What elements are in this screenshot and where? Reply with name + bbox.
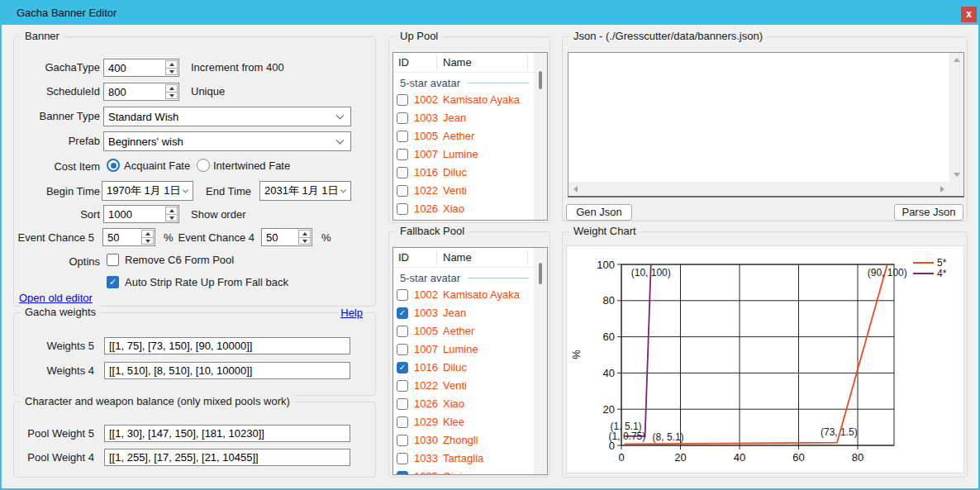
list-item[interactable]: 1033Tartaglia	[393, 450, 534, 468]
list-item[interactable]: 1029Klee	[393, 413, 534, 431]
spin-up-icon[interactable]	[166, 85, 177, 92]
spin-down-icon[interactable]	[299, 237, 310, 244]
row-checkbox[interactable]	[397, 185, 408, 197]
column-separator[interactable]	[527, 250, 528, 265]
column-name[interactable]: Name	[443, 56, 472, 69]
list-item[interactable]: 1035Qiqi	[393, 468, 534, 474]
row-checkbox[interactable]	[397, 149, 408, 160]
banner-type-select[interactable]: Standard Wish	[103, 107, 351, 126]
help-link[interactable]: Help	[338, 307, 365, 319]
row-checkbox[interactable]	[397, 398, 408, 410]
intertwined-fate-radio[interactable]	[197, 159, 210, 172]
open-old-editor-link[interactable]: Open old editor	[19, 292, 93, 304]
sort-input[interactable]: 1000	[103, 205, 179, 223]
row-checkbox[interactable]	[397, 289, 408, 301]
up-pool-scrollbar[interactable]	[534, 53, 547, 220]
weights5-input[interactable]: [[1, 75], [73, 150], [90, 10000]]	[104, 337, 350, 354]
intertwined-fate-label[interactable]: Intertwined Fate	[213, 158, 290, 174]
vertical-scrollbar[interactable]	[949, 53, 963, 182]
row-checkbox[interactable]	[397, 471, 408, 474]
row-checkbox[interactable]	[397, 203, 408, 215]
acquaint-fate-label[interactable]: Acquaint Fate	[124, 158, 190, 174]
weights4-input[interactable]: [[1, 510], [8, 510], [10, 10000]]	[104, 362, 350, 379]
list-item[interactable]: 1016Diluc	[393, 164, 534, 182]
list-item[interactable]: 1005Aether	[393, 127, 534, 145]
spin-down-icon[interactable]	[142, 237, 153, 244]
titlebar[interactable]: Gacha Banner Editor x	[0, 0, 980, 25]
event-chance5-input[interactable]: 50	[102, 228, 155, 246]
row-checkbox[interactable]	[397, 362, 408, 373]
parse-json-button[interactable]: Parse Json	[894, 204, 963, 221]
list-item[interactable]: 1005Aether	[393, 322, 534, 340]
spin-up-icon[interactable]	[142, 231, 153, 237]
spin-up-icon[interactable]	[166, 61, 177, 68]
column-separator[interactable]	[436, 250, 437, 265]
horizontal-scrollbar[interactable]	[568, 182, 949, 196]
pool-weight4-input[interactable]: [[1, 255], [17, 255], [21, 10455]]	[104, 449, 350, 466]
remove-c6-label[interactable]: Remove C6 Form Pool	[125, 252, 234, 269]
row-checkbox[interactable]	[397, 131, 408, 142]
column-name[interactable]: Name	[443, 251, 472, 264]
event-chance5-spinner[interactable]	[141, 230, 154, 245]
scrollbar-thumb[interactable]	[539, 71, 542, 89]
spin-down-icon[interactable]	[166, 68, 177, 74]
gachatype-input[interactable]: 400	[103, 59, 179, 77]
event-chance4-spinner[interactable]	[298, 230, 311, 245]
scroll-down-icon[interactable]	[949, 168, 963, 182]
pool-weight5-input[interactable]: [[1, 30], [147, 150], [181, 10230]]	[104, 425, 350, 442]
row-checkbox[interactable]	[397, 453, 408, 464]
spin-down-icon[interactable]	[166, 92, 177, 98]
list-item[interactable]: 1016Diluc	[393, 359, 534, 377]
json-text[interactable]	[572, 55, 947, 179]
list-item[interactable]: 1003Jean	[393, 304, 534, 322]
prefab-select[interactable]: Beginners' wish	[103, 131, 351, 151]
list-item[interactable]: 1022Venti	[393, 182, 534, 200]
scroll-left-icon[interactable]	[568, 182, 583, 196]
spin-up-icon[interactable]	[299, 231, 310, 237]
scroll-right-icon[interactable]	[935, 182, 949, 196]
row-checkbox[interactable]	[397, 416, 408, 428]
row-checkbox[interactable]	[397, 326, 408, 337]
auto-strip-checkbox[interactable]	[107, 276, 119, 288]
scheduleid-spinner[interactable]	[165, 84, 178, 99]
spin-up-icon[interactable]	[166, 207, 177, 214]
event-chance4-input[interactable]: 50	[261, 228, 312, 246]
sort-spinner[interactable]	[165, 207, 178, 221]
column-id[interactable]: ID	[398, 56, 409, 69]
scrollbar-thumb[interactable]	[539, 263, 542, 284]
auto-strip-label[interactable]: Auto Strip Rate Up From Fall back	[125, 274, 288, 291]
list-item[interactable]: 1026Xiao	[393, 395, 534, 413]
column-separator[interactable]	[436, 55, 437, 70]
begin-time-picker[interactable]: 1970年 1月 1日	[102, 181, 193, 201]
row-checkbox[interactable]	[397, 112, 408, 124]
fallback-pool-scrollbar[interactable]	[534, 248, 547, 474]
list-item[interactable]: 1002Kamisato Ayaka	[393, 91, 534, 109]
json-textarea[interactable]	[568, 52, 964, 197]
row-checkbox[interactable]	[397, 307, 408, 319]
column-separator[interactable]	[527, 55, 528, 70]
list-item[interactable]: 1002Kamisato Ayaka	[393, 286, 534, 304]
row-checkbox[interactable]	[397, 380, 408, 392]
list-item[interactable]: 1007Lumine	[393, 145, 534, 164]
fallback-pool-list[interactable]: ID Name 5-star avatar 1002Kamisato Ayaka…	[392, 247, 548, 475]
end-time-picker[interactable]: 2031年 1月 1日	[259, 181, 351, 201]
list-item[interactable]: 1007Lumine	[393, 340, 534, 359]
gen-json-button[interactable]: Gen Json	[566, 204, 632, 221]
list-item[interactable]: 1026Xiao	[393, 200, 534, 218]
row-checkbox[interactable]	[397, 94, 408, 106]
close-button[interactable]: x	[961, 7, 977, 22]
list-item[interactable]: 1030Zhongli	[393, 431, 534, 450]
spin-down-icon[interactable]	[166, 214, 177, 221]
scheduleid-input[interactable]: 800	[103, 83, 179, 101]
list-header[interactable]: ID Name	[393, 248, 534, 268]
list-item[interactable]: 1003Jean	[393, 109, 534, 127]
row-checkbox[interactable]	[397, 435, 408, 446]
scroll-up-icon[interactable]	[949, 53, 963, 67]
remove-c6-checkbox[interactable]	[107, 254, 119, 266]
gachatype-spinner[interactable]	[165, 60, 178, 75]
column-id[interactable]: ID	[398, 251, 409, 264]
row-checkbox[interactable]	[397, 344, 408, 355]
up-pool-list[interactable]: ID Name 5-star avatar 1002Kamisato Ayaka…	[392, 52, 548, 221]
list-item[interactable]: 1022Venti	[393, 377, 534, 395]
acquaint-fate-radio[interactable]	[107, 159, 120, 172]
